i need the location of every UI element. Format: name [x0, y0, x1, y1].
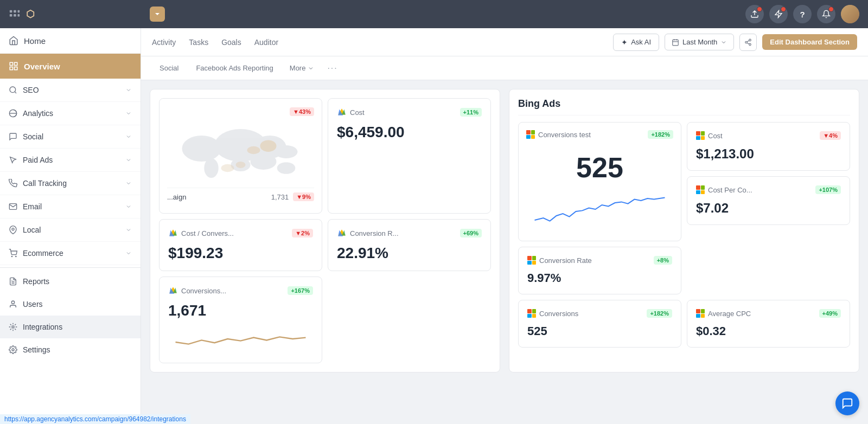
tab-auditor[interactable]: Auditor [254, 36, 278, 49]
bing-ads-section: Bing Ads [509, 89, 859, 372]
bing-cost-label: Cost [696, 131, 723, 140]
main-layout: Home Overview SEO Analytics [0, 28, 868, 424]
campaign-dropdown[interactable] [150, 7, 165, 22]
sidebar-item-users[interactable]: Users [0, 293, 141, 316]
bing-q2-6 [701, 309, 705, 313]
google-conversions-text: Conversions... [181, 287, 226, 295]
bing-cost-per-card: Cost Per Co... +107% $7.02 [687, 176, 850, 225]
sidebar-divider [0, 267, 141, 268]
tab-more[interactable]: More [283, 60, 321, 76]
google-cost-header: Cost +11% [337, 107, 482, 117]
sidebar-logo[interactable]: ⬡ [9, 8, 150, 20]
sidebar-home-item[interactable]: Home [0, 28, 141, 54]
bing-avg-cpc-label: Average CPC [696, 309, 751, 318]
sidebar-item-reports[interactable]: Reports [0, 270, 141, 293]
svg-point-35 [260, 140, 277, 152]
google-cost-badge: +11% [460, 108, 482, 117]
chat-bubble-button[interactable] [835, 391, 859, 415]
top-navigation: ⬡ ? [0, 0, 868, 28]
sidebar-item-local[interactable]: Local [0, 219, 141, 242]
sidebar-item-ecommerce[interactable]: Ecommerce [0, 242, 141, 265]
google-cost-conv-label: Cost / Convers... [168, 228, 234, 238]
google-cost-conv-header: Cost / Convers... ▼2% [168, 228, 313, 238]
google-ads-icon-3 [337, 228, 347, 238]
edit-dashboard-button[interactable]: Edit Dashboard Section [762, 34, 857, 50]
svg-point-10 [10, 87, 16, 93]
bing-q3-6 [696, 314, 700, 318]
chat-icon [841, 397, 853, 409]
date-label: Last Month [682, 38, 717, 46]
bing-q4-2 [701, 136, 705, 140]
bing-cost-text: Cost [708, 132, 723, 140]
tab-goals[interactable]: Goals [221, 36, 241, 49]
svg-point-17 [11, 301, 14, 304]
partial-badge-value: ▼43% [290, 107, 314, 116]
svg-point-13 [11, 256, 12, 256]
sidebar-seo-label: SEO [23, 86, 39, 94]
svg-point-37 [236, 162, 246, 168]
tab-social[interactable]: Social [152, 60, 186, 76]
user-avatar-btn[interactable] [841, 5, 859, 23]
svg-rect-4 [14, 14, 16, 17]
bing-q3-3 [696, 190, 700, 195]
sidebar-item-call-tracking[interactable]: Call Tracking [0, 172, 141, 195]
lightning-icon-btn[interactable] [769, 5, 788, 23]
sidebar-item-email[interactable]: Email [0, 195, 141, 219]
tab-facebook-ads[interactable]: Facebook Ads Reporting [188, 60, 280, 76]
sidebar-item-settings[interactable]: Settings [0, 338, 141, 361]
sidebar-paid-ads-label: Paid Ads [23, 156, 53, 164]
world-map-svg [167, 123, 314, 188]
google-ads-grid: ▼43% [159, 98, 491, 363]
sub-header-tabs: Activity Tasks Goals Auditor [152, 36, 278, 49]
google-conv-rate-label: Conversion R... [337, 228, 399, 238]
world-map [167, 123, 314, 188]
campaign-badge: ▼9% [293, 192, 314, 201]
sidebar-item-seo[interactable]: SEO [0, 79, 141, 102]
bing-section-title: Bing Ads [518, 98, 850, 115]
upload-icon-btn[interactable] [745, 5, 764, 23]
svg-point-26 [749, 43, 751, 46]
sidebar-overview-item[interactable]: Overview [0, 54, 141, 79]
ask-ai-button[interactable]: ✦ Ask AI [613, 34, 659, 51]
share-button[interactable] [739, 34, 757, 51]
bing-conv-header: Conversions +182% [527, 309, 672, 318]
svg-rect-2 [18, 10, 20, 13]
sidebar-overview-label: Overview [24, 62, 60, 71]
svg-point-18 [12, 326, 14, 328]
notifications-icon-btn[interactable] [817, 5, 835, 23]
google-cost-card: Cost +11% $6,459.00 [328, 98, 491, 214]
sidebar-item-analytics[interactable]: Analytics [0, 102, 141, 125]
sidebar-local-label: Local [23, 226, 41, 234]
sidebar-item-integrations[interactable]: Integrations [0, 316, 141, 338]
bing-q1-5 [527, 309, 532, 313]
svg-point-24 [749, 39, 751, 41]
sidebar-item-social[interactable]: Social [0, 125, 141, 149]
bing-q4-4 [532, 261, 537, 265]
main-sections-grid: ▼43% [150, 89, 859, 372]
bing-avg-cpc-value: $0.32 [696, 324, 841, 338]
tab-more-dots[interactable]: ··· [327, 63, 337, 73]
google-conversions-value: 1,671 [168, 302, 313, 319]
bing-avg-cpc-text: Average CPC [708, 310, 751, 318]
sub-header-actions: ✦ Ask AI Last Month Edit Dashboard Secti… [613, 34, 857, 51]
date-picker-button[interactable]: Last Month [665, 34, 734, 50]
sidebar-item-paid-ads[interactable]: Paid Ads [0, 149, 141, 172]
tab-tasks[interactable]: Tasks [189, 36, 208, 49]
bing-conv-rate-header: Conversion Rate +8% [527, 256, 672, 265]
help-icon-btn[interactable]: ? [793, 5, 812, 23]
google-conv-rate-value: 22.91% [337, 245, 482, 262]
google-ads-icon-2 [168, 228, 178, 238]
sidebar-email-label: Email [23, 202, 42, 211]
bing-conv-text: Conversions [539, 310, 578, 318]
bing-q2-3 [701, 185, 705, 190]
bing-q3-4 [527, 261, 532, 265]
tab-activity[interactable]: Activity [152, 36, 176, 49]
bing-icon-4 [527, 256, 536, 265]
google-cost-conv-text: Cost / Convers... [181, 229, 234, 237]
google-conv-rate-badge: +69% [460, 229, 482, 237]
bing-q1-6 [696, 309, 700, 313]
bing-cost-per-text: Cost Per Co... [708, 186, 752, 194]
bing-conv-rate-label: Conversion Rate [527, 256, 592, 265]
google-ads-icon-4 [168, 286, 178, 295]
bing-cost-per-value: $7.02 [696, 201, 841, 216]
